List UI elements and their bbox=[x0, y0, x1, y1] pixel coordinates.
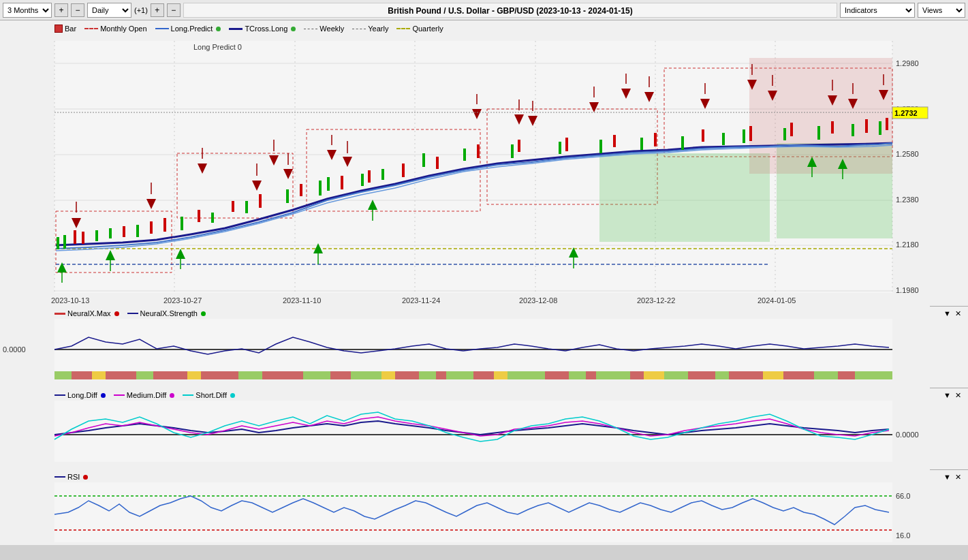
interval-select[interactable]: Daily Weekly Monthly bbox=[87, 3, 131, 18]
timeframe-select[interactable]: 3 Months 1 Month 6 Months 1 Year bbox=[3, 3, 52, 18]
svg-rect-155 bbox=[106, 371, 136, 379]
svg-rect-179 bbox=[664, 371, 688, 379]
svg-rect-113 bbox=[163, 218, 166, 232]
diff-header: Long.Diff Medium.Diff Short.Diff bbox=[54, 391, 235, 399]
svg-text:1.2580: 1.2580 bbox=[896, 150, 919, 158]
svg-rect-169 bbox=[446, 371, 473, 379]
svg-rect-22 bbox=[599, 153, 770, 242]
svg-text:16.0: 16.0 bbox=[896, 531, 910, 540]
add-period-btn[interactable]: + bbox=[54, 3, 68, 17]
rsi-header: RSI bbox=[54, 473, 88, 481]
yearly-icon bbox=[352, 29, 366, 29]
legend-tcross: TCross.Long bbox=[229, 25, 296, 33]
neural-max-legend: NeuralX.Max bbox=[54, 309, 119, 317]
legend-weekly: Weekly bbox=[304, 25, 344, 33]
svg-rect-130 bbox=[831, 121, 834, 134]
svg-rect-105 bbox=[783, 128, 786, 140]
svg-text:1.2380: 1.2380 bbox=[896, 196, 919, 204]
svg-text:2023-11-24: 2023-11-24 bbox=[402, 296, 440, 305]
svg-text:1.2980: 1.2980 bbox=[896, 59, 919, 67]
svg-rect-173 bbox=[545, 371, 569, 379]
svg-rect-182 bbox=[729, 371, 763, 379]
diff-collapse-btn[interactable]: ▼ bbox=[943, 391, 951, 400]
svg-rect-94 bbox=[361, 174, 364, 186]
neural-collapse-btn[interactable]: ▼ bbox=[943, 309, 951, 318]
svg-rect-108 bbox=[879, 121, 881, 135]
svg-rect-126 bbox=[654, 133, 657, 146]
svg-rect-184 bbox=[783, 371, 814, 379]
svg-rect-177 bbox=[630, 371, 644, 379]
svg-rect-163 bbox=[330, 371, 351, 379]
rsi-collapse-btn[interactable]: ▼ bbox=[943, 473, 951, 482]
svg-text:2023-12-08: 2023-12-08 bbox=[519, 296, 557, 305]
svg-rect-93 bbox=[327, 177, 330, 191]
neural-strength-legend: NeuralX.Strength bbox=[127, 309, 206, 317]
long-diff-dot bbox=[101, 393, 106, 398]
main-chart-svg: 1.2980 1.2780 1.2580 1.2380 1.2180 1.198… bbox=[0, 20, 930, 307]
sub-period-btn[interactable]: − bbox=[71, 3, 84, 17]
svg-rect-86 bbox=[109, 228, 112, 238]
svg-rect-88 bbox=[181, 217, 183, 230]
svg-text:1.1980: 1.1980 bbox=[896, 286, 919, 294]
svg-rect-116 bbox=[259, 194, 262, 208]
diff-panel: Long.Diff Medium.Diff Short.Diff ▼ ✕ 0.0… bbox=[0, 388, 968, 470]
svg-rect-131 bbox=[865, 119, 868, 133]
svg-rect-159 bbox=[201, 371, 238, 379]
rsi-close-btn[interactable]: ✕ bbox=[955, 473, 961, 482]
svg-rect-111 bbox=[123, 226, 125, 237]
legend-weekly-label: Weekly bbox=[319, 25, 344, 33]
main-chart-panel: Bar Monthly Open Long.Predict TCross.Lon… bbox=[0, 20, 968, 307]
svg-rect-195 bbox=[54, 482, 892, 542]
svg-rect-124 bbox=[565, 138, 568, 151]
svg-rect-167 bbox=[419, 371, 436, 379]
legend-yearly: Yearly bbox=[352, 25, 388, 33]
svg-rect-100 bbox=[599, 140, 602, 153]
monthly-open-icon bbox=[84, 28, 98, 29]
neural-svg: 0.0000 bbox=[0, 307, 930, 388]
svg-rect-120 bbox=[402, 164, 405, 177]
rsi-label: RSI bbox=[67, 473, 80, 481]
svg-rect-180 bbox=[688, 371, 715, 379]
indicators-select[interactable]: Indicators bbox=[840, 3, 915, 18]
neural-max-icon bbox=[54, 313, 65, 315]
neural-strength-dot bbox=[201, 311, 206, 316]
svg-text:2024-01-05: 2024-01-05 bbox=[758, 296, 796, 305]
rsi-icon bbox=[54, 476, 65, 478]
svg-rect-165 bbox=[381, 371, 395, 379]
legend-quarterly-label: Quarterly bbox=[412, 25, 443, 33]
svg-rect-24 bbox=[749, 58, 892, 174]
svg-rect-119 bbox=[368, 170, 371, 183]
long-predict-dot bbox=[216, 27, 221, 31]
views-select[interactable]: Views bbox=[918, 3, 965, 18]
svg-rect-185 bbox=[814, 371, 838, 379]
svg-rect-156 bbox=[136, 371, 153, 379]
svg-rect-174 bbox=[569, 371, 586, 379]
svg-rect-152 bbox=[54, 371, 72, 379]
neural-close-btn[interactable]: ✕ bbox=[955, 309, 961, 318]
tcross-icon bbox=[229, 28, 243, 30]
svg-rect-112 bbox=[150, 221, 153, 234]
svg-rect-101 bbox=[640, 138, 643, 150]
svg-rect-188 bbox=[869, 371, 892, 379]
diff-svg: 0.0000 bbox=[0, 388, 930, 470]
svg-rect-186 bbox=[838, 371, 855, 379]
long-predict-icon bbox=[155, 28, 169, 29]
svg-rect-191 bbox=[54, 401, 892, 462]
svg-rect-103 bbox=[722, 133, 725, 145]
svg-rect-96 bbox=[422, 153, 425, 167]
long-diff-label: Long.Diff bbox=[67, 391, 97, 399]
diff-close-btn[interactable]: ✕ bbox=[955, 391, 961, 400]
svg-rect-110 bbox=[82, 232, 84, 244]
svg-rect-121 bbox=[436, 157, 439, 169]
svg-rect-162 bbox=[303, 371, 330, 379]
svg-rect-104 bbox=[743, 129, 745, 143]
svg-rect-128 bbox=[749, 126, 752, 141]
adjust-sub-btn[interactable]: − bbox=[167, 3, 181, 17]
toolbar: 3 Months 1 Month 6 Months 1 Year + − Dai… bbox=[0, 0, 968, 20]
adjust-add-btn[interactable]: + bbox=[151, 3, 164, 17]
svg-rect-106 bbox=[817, 126, 820, 140]
svg-rect-84 bbox=[63, 235, 66, 249]
neural-header: NeuralX.Max NeuralX.Strength bbox=[54, 309, 206, 317]
svg-rect-95 bbox=[381, 169, 384, 180]
chart-title: British Pound / U.S. Dollar - GBP/USD (2… bbox=[183, 3, 837, 18]
